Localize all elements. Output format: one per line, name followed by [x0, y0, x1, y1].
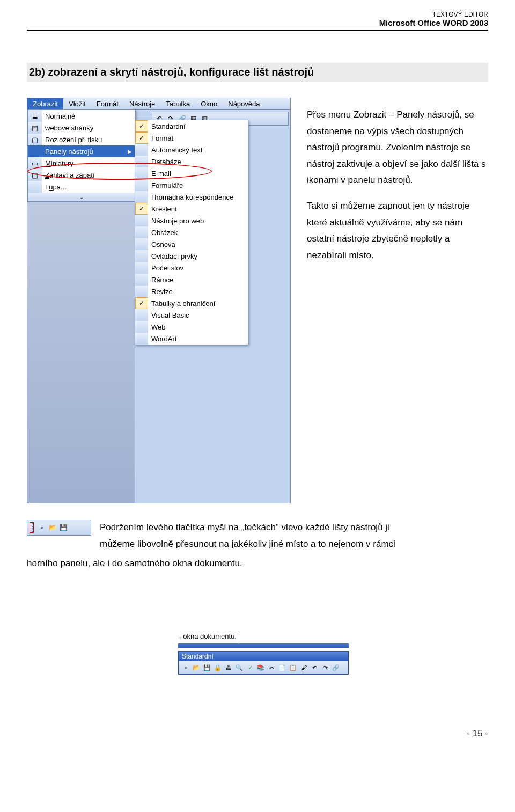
expand-menu-icon[interactable]: ⌄ — [28, 193, 135, 201]
lines-icon: ≣ — [28, 110, 42, 122]
menu-okno[interactable]: Okno — [195, 98, 223, 109]
menu-tabulka[interactable]: Tabulka — [160, 98, 195, 109]
submenu-kresleni[interactable]: ✓Kreslení — [135, 203, 248, 215]
menubar: Zobrazit Vložit Formát Nástroje Tabulka … — [27, 98, 290, 110]
screenshot-menu: Zobrazit Vložit Formát Nástroje Tabulka … — [27, 98, 291, 503]
menu-item-panely-nastroju[interactable]: Panely nástrojů ▶ — [28, 145, 135, 157]
check-icon: ✓ — [135, 297, 148, 309]
page-number: - 15 - — [27, 728, 488, 739]
menu-item-zahlavi[interactable]: ▢ Záhlaví a zápatí — [28, 169, 135, 181]
menu-nastroje[interactable]: Nástroje — [124, 98, 160, 109]
paragraph-1: Přes menu Zobrazit – Panely nástrojů, se… — [307, 107, 488, 189]
undo-icon[interactable]: ↶ — [310, 663, 319, 672]
header-footer-icon: ▢ — [28, 169, 42, 181]
menu-item-rozlozeni-tisk[interactable]: ▢ Rozložení při tisku — [28, 134, 135, 145]
redo-icon[interactable]: ↷ — [320, 663, 330, 672]
save-icon[interactable]: 💾 — [202, 663, 212, 672]
toolbars-submenu[interactable]: ✓Standardní ✓Formát Automatický text Dat… — [135, 120, 248, 345]
submenu-arrow-icon: ▶ — [128, 149, 132, 155]
main-dropdown[interactable]: ≣ Normálně ▤ webové stránky ▢ Rozložení … — [27, 109, 136, 202]
paragraph-3b: můžeme libovolně přesunout na jakékoliv … — [100, 536, 488, 553]
save-icon[interactable]: 💾 — [58, 523, 68, 532]
thumbnails-icon: ▭ — [28, 157, 42, 169]
submenu-pocetslov[interactable]: Počet slov — [135, 262, 248, 274]
menu-napoveda[interactable]: Nápověda — [223, 98, 265, 109]
submenu-visualbasic[interactable]: Visual Basic — [135, 309, 248, 321]
research-icon[interactable]: 📚 — [256, 663, 266, 672]
floating-buttons: ▫ 📂 💾 🔒 🖶 🔍 ✓ 📚 ✂ 📄 📋 🖌 ↶ ↷ 🔗 — [179, 661, 348, 674]
print-icon[interactable]: 🖶 — [224, 663, 233, 672]
permission-icon[interactable]: 🔒 — [213, 663, 223, 672]
format-painter-icon[interactable]: 🖌 — [299, 663, 308, 672]
header-title: Microsoft Office WORD 2003 — [27, 18, 488, 27]
paragraph-3a: Podržením levého tlačítka myši na „tečká… — [100, 520, 488, 536]
paste-icon[interactable]: 📋 — [288, 663, 298, 672]
preview-icon[interactable]: 🔍 — [234, 663, 244, 672]
submenu-format[interactable]: ✓Formát — [135, 132, 248, 144]
header-small: TEXTOVÝ EDITOR — [27, 11, 488, 18]
section-title: 2b) zobrazení a skrytí nástrojů, konfigu… — [27, 63, 488, 82]
hyperlink-icon[interactable]: 🔗 — [331, 663, 341, 672]
submenu-wordart[interactable]: WordArt — [135, 333, 248, 345]
submenu-standardni[interactable]: ✓Standardní — [135, 120, 248, 132]
print-layout-icon: ▢ — [28, 134, 42, 145]
cut-icon[interactable]: ✂ — [267, 663, 276, 672]
check-icon: ✓ — [135, 120, 148, 132]
doc-fragment-text: · okna dokumentu. — [166, 631, 349, 644]
new-doc-icon[interactable]: ▫ — [181, 663, 190, 672]
submenu-revize[interactable]: Revize — [135, 286, 248, 297]
open-icon[interactable]: 📂 — [192, 663, 201, 672]
header-rule — [27, 30, 488, 31]
menu-item-rozlozeni-web[interactable]: ▤ webové stránky — [28, 122, 135, 134]
submenu-web[interactable]: Web — [135, 321, 248, 333]
spell-icon[interactable]: ✓ — [245, 663, 255, 672]
open-icon[interactable]: 📂 — [48, 523, 57, 532]
submenu-osnova[interactable]: Osnova — [135, 238, 248, 250]
submenu-formulare[interactable]: Formuláře — [135, 179, 248, 191]
submenu-obrazek[interactable]: Obrázek — [135, 226, 248, 238]
submenu-ramce[interactable]: Rámce — [135, 274, 248, 286]
submenu-databaze[interactable]: Databáze — [135, 156, 248, 167]
ruler-bar — [178, 643, 349, 648]
submenu-email[interactable]: E-mail — [135, 167, 248, 179]
menu-item-lupa[interactable]: Lupa... — [28, 181, 135, 193]
submenu-nastroje-web[interactable]: Nástroje pro web — [135, 215, 248, 226]
menu-item-normalne[interactable]: ≣ Normálně — [28, 110, 135, 122]
submenu-tabulky[interactable]: ✓Tabulky a ohraničení — [135, 297, 248, 309]
menu-item-miniatury[interactable]: ▭ Miniatury — [28, 157, 135, 169]
grip-dots-icon[interactable] — [30, 522, 34, 533]
paragraph-2: Takto si můžeme zapnout jen ty nástroje … — [307, 198, 488, 264]
check-icon: ✓ — [135, 203, 148, 215]
check-icon: ✓ — [135, 132, 148, 144]
floating-toolbar-illustration: · okna dokumentu. Standardní ▫ 📂 💾 🔒 🖶 🔍… — [166, 631, 349, 675]
new-doc-icon[interactable]: ▫ — [37, 523, 47, 532]
menu-format[interactable]: Formát — [91, 98, 124, 109]
grip-toolbar: ▫ 📂 💾 — [27, 520, 91, 536]
paragraph-3c: horního panelu, ale i do samotného okna … — [27, 555, 488, 572]
workspace-filler — [27, 202, 135, 503]
menu-zobrazit[interactable]: Zobrazit — [27, 98, 63, 109]
submenu-hromadna[interactable]: Hromadná korespondence — [135, 191, 248, 203]
web-layout-icon: ▤ — [28, 122, 42, 134]
floating-title[interactable]: Standardní — [179, 652, 348, 661]
submenu-autotext[interactable]: Automatický text — [135, 144, 248, 156]
submenu-prvky[interactable]: Ovládací prvky — [135, 250, 248, 262]
menu-vlozit[interactable]: Vložit — [63, 98, 91, 109]
copy-icon[interactable]: 📄 — [277, 663, 287, 672]
